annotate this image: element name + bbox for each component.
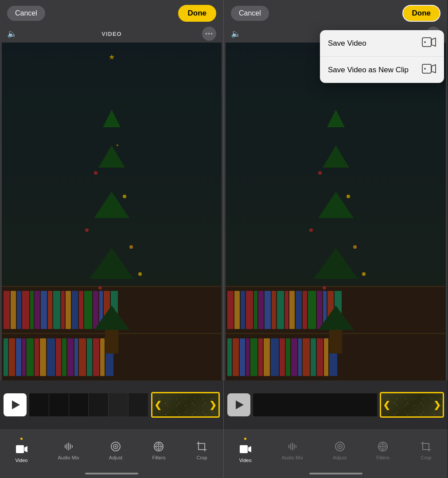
film-strip-left	[29, 393, 148, 416]
clip-segment-left[interactable]: ❮ ❯	[151, 392, 220, 418]
crop-icon-right	[419, 440, 432, 453]
svg-rect-22	[288, 445, 289, 448]
tool-adjust-right[interactable]: Adjust	[327, 438, 352, 462]
tool-video-label-left: Video	[16, 458, 28, 463]
svg-rect-6	[72, 445, 73, 448]
cancel-button-right[interactable]: Cancel	[231, 6, 269, 21]
film-strip-right	[253, 393, 377, 416]
svg-marker-19	[432, 65, 436, 73]
adjust-icon-left	[109, 440, 122, 453]
svg-point-29	[339, 446, 341, 447]
play-triangle-right	[236, 400, 244, 409]
svg-rect-20	[240, 445, 248, 453]
video-title-left: VIDEO	[101, 31, 121, 37]
svg-rect-17	[422, 64, 431, 73]
clip-segment-right[interactable]: ❮ ❯	[380, 392, 444, 418]
svg-rect-26	[296, 445, 296, 448]
svg-rect-14	[422, 38, 431, 47]
save-video-label: Save Video	[328, 39, 366, 48]
tool-audiomix-left[interactable]: Audio Mix	[53, 438, 85, 462]
tool-filters-left[interactable]: Filters	[147, 438, 171, 462]
dropdown-menu: Save Video Save Video as New Clip	[320, 30, 444, 83]
more-icon-left[interactable]: •••	[202, 27, 216, 41]
right-panel: Cancel Done 🔈 VIDEO ••• Save Video Save …	[224, 0, 448, 478]
top-bar-right: Cancel Done	[224, 0, 448, 27]
adjust-icon-right	[333, 440, 347, 453]
filters-icon-left	[152, 440, 165, 453]
tool-audiomix-label-right: Audio Mix	[282, 455, 303, 460]
svg-rect-5	[70, 444, 71, 449]
play-triangle-left	[12, 400, 20, 409]
save-clip-icon	[422, 64, 436, 76]
toolbar-right: Video Audio Mix	[224, 429, 448, 469]
video-icon-left	[15, 443, 28, 456]
tool-adjust-label-right: Adjust	[333, 455, 347, 460]
save-video-icon	[422, 37, 436, 49]
tool-filters-right[interactable]: Filters	[371, 438, 395, 462]
svg-point-9	[115, 446, 117, 447]
tool-adjust-label-left: Adjust	[109, 455, 123, 460]
done-button-left[interactable]: Done	[178, 5, 217, 22]
filters-icon-right	[376, 440, 390, 453]
home-bar-right	[309, 473, 362, 474]
home-indicator-left	[0, 469, 223, 478]
video-preview-right: ★	[226, 43, 446, 380]
tool-audiomix-right[interactable]: Audio Mix	[277, 438, 308, 462]
tool-video-right[interactable]: Video	[234, 436, 257, 465]
crop-icon-left	[195, 440, 208, 453]
video-preview-left: ★	[2, 43, 222, 380]
tool-audiomix-label-left: Audio Mix	[58, 455, 79, 460]
toolbar-left: Video Audio Mix	[0, 429, 223, 469]
tool-video-label-right: Video	[239, 458, 252, 463]
dropdown-save-video[interactable]: Save Video	[320, 30, 444, 57]
tool-crop-label-left: Crop	[197, 455, 207, 460]
svg-rect-23	[290, 443, 291, 450]
tool-video-left[interactable]: Video	[10, 436, 34, 465]
speaker-icon-left[interactable]: 🔈	[7, 29, 17, 39]
svg-rect-4	[68, 443, 69, 451]
audiomix-icon-left	[62, 440, 75, 453]
tool-adjust-left[interactable]: Adjust	[104, 438, 128, 462]
timeline-right: ❮ ❯	[224, 380, 448, 429]
svg-marker-16	[432, 38, 436, 46]
clip-arrow-right-right[interactable]: ❯	[433, 400, 441, 410]
clip-arrow-left-left[interactable]: ❮	[154, 400, 162, 410]
svg-point-15	[424, 41, 426, 43]
tool-crop-left[interactable]: Crop	[190, 438, 214, 462]
save-clip-label: Save Video as New Clip	[328, 66, 409, 74]
video-icon-right	[239, 443, 252, 456]
svg-rect-25	[294, 444, 295, 449]
svg-marker-1	[24, 446, 27, 452]
top-bar-left: Cancel Done	[0, 0, 223, 27]
home-indicator-right	[224, 469, 448, 478]
tool-crop-label-right: Crop	[421, 455, 431, 460]
svg-marker-21	[248, 446, 251, 452]
tool-crop-right[interactable]: Crop	[414, 438, 438, 462]
svg-rect-24	[292, 443, 293, 451]
tool-filters-label-right: Filters	[376, 455, 390, 460]
timeline-left: ❮ ❯	[0, 380, 223, 429]
clip-arrow-left-right[interactable]: ❮	[383, 400, 390, 410]
play-button-left[interactable]	[4, 393, 27, 416]
svg-point-18	[424, 68, 426, 70]
clip-arrow-right-left[interactable]: ❯	[209, 400, 217, 410]
speaker-icon-right[interactable]: 🔈	[231, 29, 241, 39]
title-bar-left: 🔈 VIDEO •••	[0, 27, 223, 43]
left-panel: Cancel Done 🔈 VIDEO •••	[0, 0, 224, 478]
dropdown-save-clip[interactable]: Save Video as New Clip	[320, 57, 444, 83]
cancel-button-left[interactable]: Cancel	[7, 6, 45, 21]
home-bar-left	[85, 473, 138, 474]
svg-rect-2	[65, 445, 66, 448]
svg-rect-3	[66, 443, 67, 450]
audiomix-icon-right	[286, 440, 299, 453]
tool-filters-label-left: Filters	[152, 455, 165, 460]
done-button-right[interactable]: Done	[402, 5, 441, 22]
svg-rect-0	[16, 445, 24, 453]
play-button-right[interactable]	[227, 393, 250, 416]
